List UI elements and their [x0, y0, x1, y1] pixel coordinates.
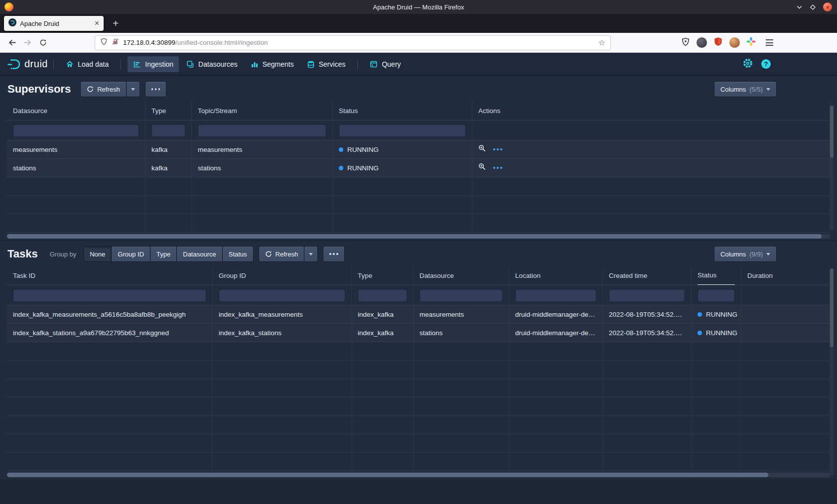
column-header-task-id[interactable]: Task ID [7, 266, 213, 285]
nav-services[interactable]: Services [301, 56, 351, 72]
column-header-type[interactable]: Type [145, 102, 192, 121]
tasks-panel: Tasks Group by None Group ID Type Dataso… [0, 240, 837, 479]
filter-type-input[interactable] [151, 124, 185, 137]
filter-status-input[interactable] [698, 289, 735, 302]
supervisors-vertical-scrollbar[interactable] [830, 106, 834, 230]
url-path: /unified-console.html#ingestion [175, 39, 268, 46]
supervisors-columns-button[interactable]: Columns (5/5) [714, 82, 776, 97]
back-button[interactable] [4, 35, 20, 50]
druid-logo[interactable]: druid [6, 58, 48, 70]
home-icon [66, 60, 74, 68]
column-header-location[interactable]: Location [509, 266, 603, 285]
tasks-horizontal-scrollbar[interactable] [7, 473, 830, 477]
nav-ingestion[interactable]: Ingestion [128, 56, 179, 72]
nav-segments[interactable]: Segments [245, 56, 299, 72]
zoom-in-icon[interactable] [478, 159, 486, 177]
filter-group-id-input[interactable] [219, 289, 345, 302]
chevron-down-icon [309, 253, 313, 255]
extension-avatar-tan-icon[interactable] [729, 37, 740, 48]
status-cell: RUNNING [692, 324, 741, 342]
column-header-status[interactable]: Status [333, 102, 472, 121]
column-header-actions[interactable]: Actions [472, 102, 830, 121]
refresh-icon [265, 251, 272, 257]
reload-button[interactable] [35, 35, 51, 50]
nav-datasources[interactable]: Datasources [181, 56, 243, 72]
group-by-status-button[interactable]: Status [223, 247, 253, 261]
supervisor-row[interactable]: measurements kafka measurements RUNNING [7, 140, 830, 159]
status-cell: RUNNING [333, 159, 472, 177]
tracking-shield-icon[interactable] [100, 38, 108, 47]
gear-icon[interactable] [743, 58, 753, 70]
zoom-in-icon[interactable] [478, 140, 486, 159]
empty-row [7, 342, 830, 361]
ublock-origin-icon[interactable] [713, 37, 723, 48]
empty-row [7, 177, 830, 196]
filter-task-id-input[interactable] [13, 289, 206, 302]
tasks-vertical-scrollbar[interactable] [830, 268, 834, 476]
column-header-datasource[interactable]: Datasource [7, 102, 145, 121]
group-by-none-button[interactable]: None [84, 247, 111, 261]
ingestion-view: Supervisors Refresh Columns (5/5) [0, 76, 837, 504]
column-header-duration[interactable]: Duration [741, 266, 830, 285]
window-close-icon[interactable]: × [823, 2, 832, 11]
scrollbar-thumb[interactable] [830, 268, 834, 347]
scrollbar-thumb[interactable] [7, 234, 822, 239]
druid-header: druid Load data Ingestion Datasources Se… [0, 53, 837, 76]
tasks-columns-button[interactable]: Columns (9/9) [714, 247, 776, 261]
tasks-refresh-caret-button[interactable] [304, 247, 317, 261]
scrollbar-thumb[interactable] [830, 106, 834, 158]
column-header-group-id[interactable]: Group ID [213, 266, 352, 285]
supervisors-refresh-split: Refresh [81, 82, 140, 97]
supervisor-row[interactable]: stations kafka stations RUNNING [7, 159, 830, 177]
url-bar[interactable]: 172.18.0.4:30899/unified-console.html#in… [95, 35, 611, 50]
group-by-datasource-button[interactable]: Datasource [177, 247, 222, 261]
extension-shield-icon[interactable] [681, 37, 690, 48]
group-by-group-id-button[interactable]: Group ID [112, 247, 150, 261]
filter-topic-stream-input[interactable] [198, 124, 326, 137]
nav-query[interactable]: Query [364, 56, 406, 72]
extension-icons [681, 35, 777, 50]
pinwheel-extension-icon[interactable] [746, 37, 756, 48]
column-header-created-time[interactable]: Created time [603, 266, 692, 285]
status-cell: RUNNING [333, 140, 472, 159]
column-header-datasource[interactable]: Datasource [414, 266, 509, 285]
supervisors-more-button[interactable] [145, 82, 166, 97]
forward-button[interactable] [20, 35, 35, 50]
supervisors-horizontal-scrollbar[interactable] [7, 234, 830, 239]
bookmark-star-icon[interactable]: ☆ [598, 38, 605, 47]
supervisors-refresh-caret-button[interactable] [127, 82, 140, 97]
filter-status-input[interactable] [339, 124, 466, 137]
filter-created-time-input[interactable] [609, 289, 685, 302]
tab-title: Apache Druid [20, 20, 91, 27]
filter-location-input[interactable] [515, 289, 596, 302]
row-more-icon[interactable] [493, 167, 502, 169]
filter-datasource-input[interactable] [13, 124, 139, 137]
extension-avatar-dark-icon[interactable] [697, 37, 707, 48]
empty-row [7, 361, 830, 379]
window-controls: × [796, 0, 832, 14]
group-by-type-button[interactable]: Type [150, 247, 176, 261]
task-row[interactable]: index_kafka_measurements_a5616c5ba8afb8b… [7, 305, 830, 324]
supervisors-refresh-button[interactable]: Refresh [81, 82, 126, 97]
hamburger-menu-icon[interactable] [762, 35, 777, 50]
filter-datasource-input[interactable] [419, 289, 503, 302]
column-header-topic-stream[interactable]: Topic/Stream [192, 102, 333, 121]
tasks-more-button[interactable] [323, 247, 344, 261]
row-more-icon[interactable] [493, 148, 502, 150]
window-maximize-icon[interactable] [810, 4, 816, 10]
column-header-type[interactable]: Type [352, 266, 414, 285]
task-row[interactable]: index_kafka_stations_a9a679b22795b63_nnk… [7, 324, 830, 342]
window-minimize-icon[interactable] [796, 4, 803, 10]
page-background [0, 479, 837, 504]
tab-close-icon[interactable]: × [95, 19, 99, 27]
new-tab-button[interactable]: + [108, 16, 123, 31]
insecure-lock-icon[interactable] [112, 38, 119, 47]
gantt-chart-icon [133, 60, 141, 68]
nav-load-data[interactable]: Load data [60, 56, 114, 72]
column-header-status[interactable]: Status [692, 266, 741, 285]
filter-type-input[interactable] [358, 289, 407, 302]
scrollbar-thumb[interactable] [7, 473, 768, 477]
help-icon[interactable]: ? [761, 59, 771, 69]
browser-tab[interactable]: Apache Druid × [4, 16, 104, 31]
tasks-refresh-button[interactable]: Refresh [259, 247, 304, 261]
